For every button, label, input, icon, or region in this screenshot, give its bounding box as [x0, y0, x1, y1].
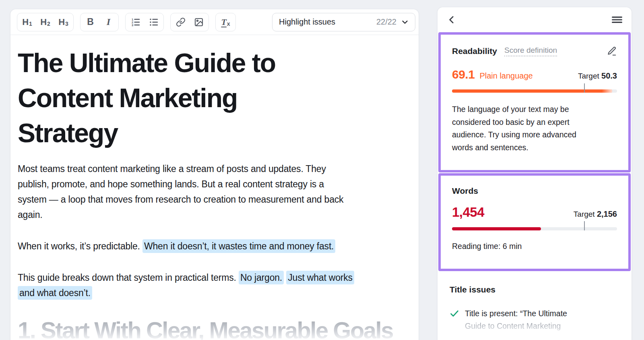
readability-score-label: Plain language — [479, 71, 533, 81]
words-card: Words 1,454 Target 2,156 Reading time: 6… — [438, 173, 631, 271]
back-button[interactable] — [446, 15, 457, 25]
hamburger-menu-icon — [611, 15, 623, 25]
h2-button[interactable]: H2 — [36, 14, 54, 30]
seo-assistant-panel: Readability Score definition 69.1 Plain … — [437, 7, 632, 340]
editor-card: H1 H2 H3 B I 1 — [10, 9, 419, 340]
readability-title: Readability — [452, 46, 497, 56]
words-progress-bar — [452, 227, 617, 230]
highlighted-issue-text[interactable]: When it doesn’t, it wastes time and mone… — [142, 239, 335, 253]
image-button[interactable] — [190, 14, 208, 30]
ordered-list-icon: 1 2 3 — [131, 17, 140, 27]
document-editing-area[interactable]: The Ultimate Guide to Content Marketing … — [10, 35, 419, 340]
clear-formatting-button[interactable]: Tx — [217, 14, 235, 30]
clear-format-group: Tx — [215, 13, 236, 31]
bullet-list-icon — [149, 17, 159, 27]
readability-progress-fill — [452, 89, 612, 93]
menu-button[interactable] — [611, 15, 623, 25]
document-title: The Ultimate Guide to Content Marketing … — [18, 46, 411, 151]
words-title: Words — [452, 186, 478, 196]
ordered-list-button[interactable]: 1 2 3 — [126, 14, 144, 30]
highlight-issues-label: Highlight issues — [279, 17, 335, 27]
highlighted-issue-text[interactable]: Just what works — [286, 271, 354, 284]
link-icon — [176, 17, 186, 27]
reading-time: Reading time: 6 min — [452, 242, 617, 251]
image-icon — [194, 17, 204, 27]
bold-button[interactable]: B — [81, 14, 99, 30]
readability-description: The language of your text may be conside… — [452, 103, 617, 154]
readability-card: Readability Score definition 69.1 Plain … — [438, 32, 631, 172]
issue-text-line2: Guide to Content Marketing — [465, 320, 567, 332]
issues-count-badge: 22/22 — [376, 17, 396, 27]
heading-button-group: H1 H2 H3 — [17, 13, 74, 31]
title-issues-section: Title issues Title is present: “The Ulti… — [438, 272, 632, 332]
italic-button[interactable]: I — [99, 14, 118, 30]
words-progress-fill — [452, 227, 541, 230]
section-heading-cutoff: 1. Start With Clear, Measurable Goals — [18, 317, 411, 340]
title-issues-heading: Title issues — [450, 285, 619, 294]
paragraph-3: This guide breaks down that system in pr… — [18, 270, 411, 301]
chevron-down-icon — [400, 18, 409, 27]
paragraph-2: When it works, it’s predictable. When it… — [18, 238, 411, 254]
check-icon — [450, 309, 459, 318]
h1-button[interactable]: H1 — [18, 14, 36, 30]
highlighted-issue-text[interactable]: and what doesn’t. — [18, 286, 92, 300]
highlight-issues-dropdown[interactable]: Highlight issues 22/22 — [272, 13, 415, 31]
readability-progress-bar — [452, 89, 617, 93]
bullet-list-button[interactable] — [144, 14, 163, 30]
paragraph-1: Most teams treat content marketing like … — [18, 161, 411, 222]
word-count: 1,454 — [452, 205, 484, 220]
highlighted-issue-text[interactable]: No jargon. — [239, 271, 284, 284]
insert-button-group — [170, 13, 209, 31]
panel-header — [438, 7, 632, 32]
list-button-group: 1 2 3 — [125, 13, 164, 31]
chevron-left-icon — [446, 15, 457, 25]
link-button[interactable] — [171, 14, 190, 30]
score-definition-link[interactable]: Score definition — [504, 46, 557, 56]
editor-toolbar: H1 H2 H3 B I 1 — [10, 9, 419, 35]
format-button-group: B I — [80, 13, 119, 31]
readability-target-value: 50.3 — [601, 71, 617, 80]
readability-target-label: Target — [578, 72, 599, 80]
words-target-marker — [584, 221, 585, 230]
words-target-label: Target — [574, 210, 595, 218]
issue-text-line1: Title is present: “The Ultimate — [465, 307, 567, 320]
title-issue-item[interactable]: Title is present: “The Ultimate Guide to… — [450, 307, 619, 332]
h3-button[interactable]: H3 — [54, 14, 72, 30]
edit-pencil-icon[interactable] — [607, 46, 617, 56]
readability-score: 69.1 — [452, 68, 475, 81]
readability-target-marker — [584, 83, 585, 93]
words-target-value: 2,156 — [597, 209, 617, 218]
svg-text:3: 3 — [132, 23, 133, 27]
